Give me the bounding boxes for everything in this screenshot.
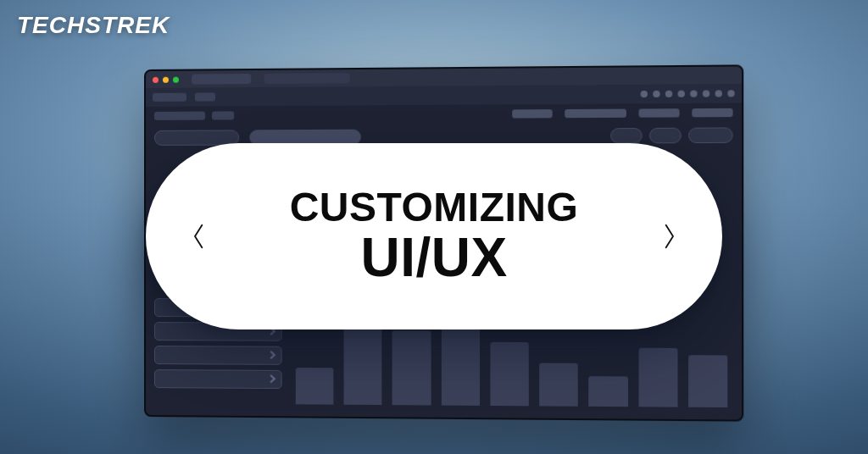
bar: [392, 330, 431, 405]
nav-tab: [565, 109, 626, 119]
nav-tab: [639, 108, 680, 118]
toolbar-chip: [153, 93, 186, 102]
toolbar-icon: [690, 91, 697, 97]
headline-text: CUSTOMIZING UI/UX: [212, 187, 656, 285]
bar: [589, 376, 628, 407]
window-traffic-lights: [153, 76, 179, 82]
toolbar-icon-cluster: [641, 90, 735, 97]
bar: [344, 318, 382, 405]
close-dot-icon: [153, 76, 159, 82]
bar: [638, 348, 677, 407]
minimize-dot-icon: [163, 76, 169, 82]
nav-tab: [692, 108, 732, 118]
toolbar-icon: [703, 90, 709, 97]
bar: [539, 363, 578, 407]
nav-tabs: [512, 108, 732, 119]
chevron-left-icon[interactable]: [186, 224, 212, 249]
bar: [296, 368, 334, 405]
brand-name: TECHSTREK: [17, 12, 170, 39]
title-tab: [264, 73, 349, 84]
toolbar-chip: [195, 92, 215, 101]
list-item: [154, 369, 282, 389]
nav-tab: [512, 109, 553, 118]
bar: [490, 341, 529, 406]
toolbar-icon: [727, 90, 734, 97]
toolbar-icon: [653, 91, 659, 97]
maximize-dot-icon: [173, 76, 179, 82]
title-tab: [192, 74, 251, 85]
action-pill: [610, 128, 643, 144]
tab-chip: [212, 111, 234, 119]
list-item: [154, 346, 282, 365]
chevron-right-icon[interactable]: [656, 224, 682, 249]
headline-line-1: CUSTOMIZING: [212, 187, 656, 229]
toolbar-icon: [678, 91, 685, 97]
tab-chip: [154, 112, 205, 120]
toolbar-icon: [715, 90, 722, 97]
bar: [688, 356, 727, 407]
action-pill: [688, 127, 733, 143]
brand-logo: TECHSTREK: [17, 12, 170, 39]
action-pill: [649, 128, 682, 144]
headline-line-2: UI/UX: [212, 230, 656, 285]
headline-pill: CUSTOMIZING UI/UX: [146, 143, 722, 329]
toolbar-icon: [665, 91, 672, 97]
toolbar-icon: [641, 91, 648, 97]
